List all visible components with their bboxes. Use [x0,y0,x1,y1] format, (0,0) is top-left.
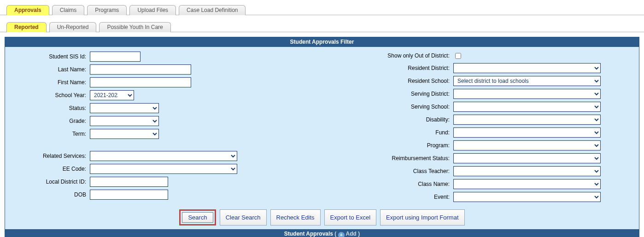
grade-select[interactable] [90,116,159,126]
student-sis-id-label: Student SIS Id: [12,53,90,60]
status-label: Status: [12,105,90,111]
ee-code-select[interactable] [90,164,237,174]
subtab-un-reported[interactable]: Un-Reported [49,22,97,32]
class-teacher-select[interactable] [453,166,601,176]
clear-search-button[interactable]: Clear Search [220,209,267,225]
tab-claims[interactable]: Claims [52,5,85,15]
tab-case-load-definition[interactable]: Case Load Definition [179,5,246,15]
local-district-id-label: Local District ID: [12,179,90,185]
show-only-out-of-district-label: Show only Out of District: [322,52,453,59]
export-using-import-format-button[interactable]: Export using Import Format [380,209,465,225]
fund-label: Fund: [322,129,453,136]
tab-approvals[interactable]: Approvals [6,5,49,15]
serving-school-select[interactable] [453,102,601,112]
fund-select[interactable] [453,127,601,138]
add-label[interactable]: Add [346,231,357,237]
disability-select[interactable] [453,115,601,125]
grade-label: Grade: [12,118,90,124]
reimbursement-status-select[interactable] [453,153,601,163]
class-teacher-label: Class Teacher: [322,168,453,174]
search-button-highlight: Search [179,209,216,225]
primary-tabs: Approvals Claims Programs Upload Files C… [0,4,644,15]
show-only-out-of-district-checkbox[interactable] [455,53,461,59]
status-select[interactable] [90,103,159,113]
filter-panel-title: Student Approvals Filter [5,37,639,47]
secondary-tabs: Reported Un-Reported Possible Youth In C… [0,21,644,32]
school-year-label: School Year: [12,92,90,98]
program-label: Program: [322,142,453,149]
recheck-edits-button[interactable]: Recheck Edits [270,209,321,225]
reimbursement-status-label: Reimbursement Status: [322,155,453,162]
term-label: Term: [12,131,90,137]
tab-programs[interactable]: Programs [87,5,127,15]
first-name-label: First Name: [12,79,90,86]
add-icon[interactable]: + [338,232,345,237]
last-name-label: Last Name: [12,66,90,73]
serving-district-select[interactable] [453,89,601,99]
resident-school-label: Resident School: [322,78,453,84]
student-sis-id-input[interactable] [90,52,141,62]
related-services-label: Related Services: [12,153,90,159]
term-select[interactable] [90,129,159,139]
first-name-input[interactable] [90,77,191,87]
export-to-excel-button[interactable]: Export to Excel [324,209,376,225]
resident-district-select[interactable] [453,63,601,73]
event-select[interactable] [453,192,601,202]
disability-label: Disability: [322,116,453,123]
resident-district-label: Resident District: [322,65,453,71]
last-name-input[interactable] [90,64,191,75]
serving-district-label: Serving District: [322,91,453,97]
local-district-id-input[interactable] [90,177,168,187]
subtab-possible-youth-in-care[interactable]: Possible Youth In Care [99,22,170,32]
filter-right-column: Show only Out of District: Resident Dist… [322,52,632,205]
school-year-select[interactable]: 2021-2022 [90,90,134,100]
class-name-select[interactable] [453,179,601,189]
tab-upload-files[interactable]: Upload Files [129,5,176,15]
filter-left-column: Student SIS Id: Last Name: First Name: S… [12,52,322,205]
dob-label: DOB [12,191,90,198]
class-name-label: Class Name: [322,181,453,187]
search-button[interactable]: Search [182,212,213,223]
serving-school-label: Serving School: [322,104,453,110]
dob-input[interactable] [90,190,168,200]
results-header: Student Approvals ( + Add ) [5,229,639,237]
event-label: Event: [322,194,453,200]
results-title: Student Approvals [284,231,333,237]
ee-code-label: EE Code: [12,166,90,172]
related-services-select[interactable] [90,151,237,161]
filter-button-row: Search Clear Search Recheck Edits Export… [12,209,632,225]
program-select[interactable] [453,140,601,150]
subtab-reported[interactable]: Reported [6,22,47,32]
resident-school-select[interactable]: Select district to load schools [453,76,601,86]
filter-panel: Student Approvals Filter Student SIS Id:… [5,37,639,237]
